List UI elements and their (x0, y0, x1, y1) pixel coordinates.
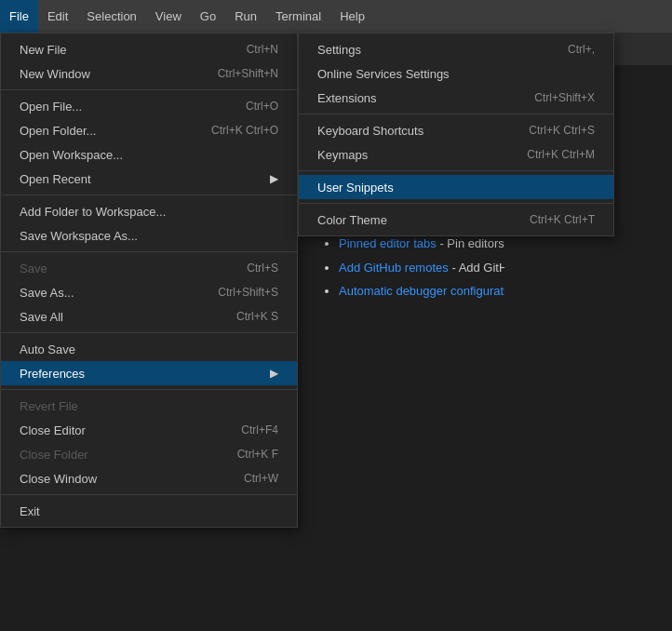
menu-exit[interactable]: Exit (1, 499, 297, 523)
menu-go[interactable]: Go (191, 0, 225, 33)
menu-auto-save[interactable]: Auto Save (1, 337, 297, 361)
separator (1, 195, 297, 195)
menu-open-workspace[interactable]: Open Workspace... (1, 142, 297, 167)
separator (1, 494, 297, 495)
menu-item-shortcut: Ctrl+, (568, 43, 595, 56)
menu-item-shortcut: Ctrl+Shift+X (534, 91, 595, 104)
menu-open-file[interactable]: Open File... Ctrl+O (1, 94, 297, 118)
menu-close-editor[interactable]: Close Editor Ctrl+F4 (1, 418, 297, 442)
prefs-keyboard-shortcuts[interactable]: Keyboard Shortcuts Ctrl+K Ctrl+S (299, 118, 613, 142)
menu-open-folder[interactable]: Open Folder... Ctrl+K Ctrl+O (1, 118, 297, 142)
menu-item-label: Keyboard Shortcuts (317, 124, 529, 138)
menu-save-all[interactable]: Save All Ctrl+K S (1, 304, 297, 329)
separator (1, 332, 297, 333)
menu-item-label: Open Folder... (20, 124, 211, 138)
preferences-submenu: Settings Ctrl+, Online Services Settings… (298, 33, 614, 236)
prefs-online-services[interactable]: Online Services Settings (299, 61, 613, 86)
menu-close-folder: Close Folder Ctrl+K F (1, 442, 297, 466)
menu-item-label: Settings (317, 43, 568, 57)
menu-item-shortcut: Ctrl+K F (237, 448, 278, 461)
menu-item-label: Save (20, 262, 247, 275)
menu-item-label: Close Folder (20, 448, 237, 462)
menu-item-shortcut: Ctrl+F4 (241, 423, 278, 436)
menu-item-shortcut: Ctrl+O (246, 100, 278, 113)
menu-item-label: Open File... (20, 100, 246, 114)
menu-item-label: Save All (20, 310, 236, 324)
menu-item-label: New Window (20, 67, 218, 81)
menu-save-workspace[interactable]: Save Workspace As... (1, 223, 297, 248)
menu-item-label: Add Folder to Workspace... (20, 205, 278, 219)
menu-item-shortcut: Ctrl+K Ctrl+M (527, 148, 595, 161)
prefs-user-snippets[interactable]: User Snippets (299, 175, 613, 199)
prefs-settings[interactable]: Settings Ctrl+, (299, 37, 613, 61)
separator (299, 170, 613, 171)
menu-terminal[interactable]: Terminal (266, 0, 330, 33)
menu-item-shortcut: Ctrl+N (247, 43, 278, 56)
menu-item-label: Online Services Settings (317, 67, 595, 81)
menu-item-label: Revert File (20, 399, 278, 413)
menu-file[interactable]: File (0, 0, 38, 33)
separator (299, 203, 613, 204)
menu-item-shortcut: Ctrl+K Ctrl+S (529, 124, 595, 137)
menu-item-label: New File (20, 43, 247, 57)
arrow-icon: ▶ (270, 172, 278, 185)
menu-item-shortcut: Ctrl+K S (236, 310, 278, 323)
menu-item-label: Preferences (20, 367, 270, 381)
menu-item-shortcut: Ctrl+K Ctrl+O (211, 124, 278, 137)
separator (1, 389, 297, 390)
menu-item-label: Open Workspace... (20, 148, 278, 162)
menu-item-label: Save As... (20, 286, 218, 300)
menu-selection[interactable]: Selection (77, 0, 145, 33)
menu-item-label: Auto Save (20, 342, 278, 356)
menu-item-label: Exit (20, 504, 278, 518)
menu-preferences[interactable]: Preferences ▶ (1, 361, 297, 385)
menu-item-label: Close Window (20, 472, 244, 486)
separator (1, 251, 297, 252)
prefs-color-theme[interactable]: Color Theme Ctrl+K Ctrl+T (299, 208, 613, 232)
menu-item-shortcut: Ctrl+Shift+S (218, 286, 278, 299)
separator (299, 114, 613, 114)
menu-item-label: User Snippets (317, 181, 595, 195)
menu-revert-file: Revert File (1, 394, 297, 418)
menu-item-label: Extensions (317, 91, 534, 105)
file-menu: New File Ctrl+N New Window Ctrl+Shift+N … (0, 33, 298, 528)
menu-item-shortcut: Ctrl+K Ctrl+T (530, 213, 595, 226)
prefs-keymaps[interactable]: Keymaps Ctrl+K Ctrl+M (299, 142, 613, 167)
menu-item-label: Keymaps (317, 148, 527, 162)
menu-close-window[interactable]: Close Window Ctrl+W (1, 466, 297, 490)
pinned-tabs-link[interactable]: Pinned editor tabs (339, 236, 437, 250)
separator (1, 89, 297, 90)
menu-item-shortcut: Ctrl+W (244, 472, 278, 485)
menu-open-recent[interactable]: Open Recent ▶ (1, 167, 297, 191)
menu-new-window[interactable]: New Window Ctrl+Shift+N (1, 61, 297, 86)
menu-item-label: Close Editor (20, 423, 241, 437)
menu-new-file[interactable]: New File Ctrl+N (1, 37, 297, 61)
menu-view[interactable]: View (146, 0, 191, 33)
menu-run[interactable]: Run (225, 0, 266, 33)
prefs-extensions[interactable]: Extensions Ctrl+Shift+X (299, 86, 613, 110)
menu-item-label: Open Recent (20, 172, 270, 186)
menu-save-as[interactable]: Save As... Ctrl+Shift+S (1, 280, 297, 304)
menubar: File Edit Selection View Go Run Terminal… (0, 0, 672, 33)
debugger-config-link[interactable]: Automatic debugger configuration (339, 284, 519, 298)
menu-item-label: Save Workspace As... (20, 229, 278, 243)
menu-help[interactable]: Help (330, 0, 374, 33)
menu-add-folder[interactable]: Add Folder to Workspace... (1, 199, 297, 223)
menu-item-shortcut: Ctrl+Shift+N (218, 67, 278, 80)
arrow-icon: ▶ (270, 367, 278, 380)
github-remotes-link[interactable]: Add GitHub remotes (339, 261, 449, 275)
menu-edit[interactable]: Edit (38, 0, 77, 33)
menu-save: Save Ctrl+S (1, 256, 297, 280)
menu-item-shortcut: Ctrl+S (247, 262, 278, 275)
menu-item-label: Color Theme (317, 213, 530, 227)
